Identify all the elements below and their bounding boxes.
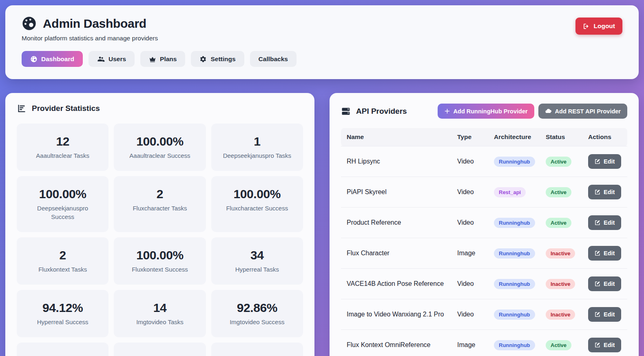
stat-value: 92.86% (221, 301, 293, 315)
edit-button[interactable]: Edit (588, 154, 621, 169)
tab-settings[interactable]: Settings (191, 51, 244, 67)
plus-icon (444, 108, 450, 114)
server-icon (341, 106, 351, 116)
stat-value: 34 (221, 248, 293, 262)
tab-label: Dashboard (41, 55, 74, 63)
stat-label: Deepseekjanuspro Tasks (221, 152, 293, 160)
architecture-badge: Runninghub (494, 248, 535, 259)
tab-label: Plans (160, 55, 177, 63)
stats-panel-head: Provider Statistics (17, 104, 303, 113)
provider-type: Image (453, 238, 490, 269)
status-badge: Active (546, 157, 571, 167)
table-row: Image to Video Wanxiang 2.1 Pro Video Ru… (341, 299, 627, 330)
providers-actions: Add RunningHub Provider Add REST API Pro… (438, 104, 627, 119)
status-badge: Inactive (546, 279, 575, 289)
stat-card: 92.86% Imgtovideo Success (211, 290, 303, 337)
provider-name: PiAPI Skyreel (341, 177, 453, 208)
edit-button[interactable]: Edit (588, 215, 621, 230)
edit-icon (595, 312, 600, 317)
stats-grid: 12 Aaaultraclear Tasks 100.00% Aaaultrac… (17, 124, 303, 356)
page-background: Admin Dashboard Monitor platform statist… (0, 0, 644, 356)
provider-name: Flux Kontext OmniReference (341, 330, 453, 356)
stat-value: 100.00% (124, 135, 196, 148)
tab-users[interactable]: Users (89, 51, 135, 67)
edit-icon (595, 250, 600, 256)
stat-card: 100.00% Deepseekjanuspro Success (17, 176, 108, 232)
edit-button[interactable]: Edit (588, 185, 621, 199)
edit-icon (595, 159, 600, 164)
palette-icon (30, 55, 38, 63)
provider-type: Video (453, 208, 490, 238)
table-row: Flux Kontext OmniReference Image Running… (341, 330, 627, 356)
stat-value: 12 (27, 135, 99, 148)
users-icon (97, 55, 105, 63)
stats-panel-title: Provider Statistics (32, 104, 100, 113)
edit-button[interactable]: Edit (588, 276, 621, 291)
tab-dashboard[interactable]: Dashboard (22, 51, 83, 67)
providers-table: Name Type Architecture Status Actions RH… (341, 128, 627, 356)
stat-card: 14 Imgtovideo Tasks (114, 290, 206, 337)
header-card: Admin Dashboard Monitor platform statist… (5, 5, 639, 79)
nav-tabs: Dashboard Users Plans Settings (22, 51, 622, 67)
stat-card: 1 Deepseekjanuspro Tasks (211, 124, 303, 171)
provider-type: Video (453, 299, 490, 330)
tab-callbacks[interactable]: Callbacks (250, 51, 297, 67)
logout-button[interactable]: Logout (575, 18, 622, 35)
add-runninghub-provider-button[interactable]: Add RunningHub Provider (438, 104, 534, 119)
column-header-architecture: Architecture (490, 128, 542, 146)
table-row: Flux Character Image Runninghub Inactive (341, 238, 627, 269)
column-header-name: Name (341, 128, 453, 146)
edit-label: Edit (604, 281, 615, 287)
edit-label: Edit (604, 250, 615, 256)
column-header-type: Type (453, 128, 490, 146)
tab-plans[interactable]: Plans (140, 51, 185, 67)
edit-button[interactable]: Edit (588, 307, 621, 322)
provider-type: Video (453, 177, 490, 208)
provider-type: Video (453, 146, 490, 177)
edit-icon (595, 281, 600, 287)
stat-value: 100.00% (27, 187, 99, 201)
status-badge: Active (546, 218, 571, 228)
main-content: Provider Statistics 12 Aaaultraclear Tas… (5, 93, 639, 356)
logout-label: Logout (593, 22, 615, 30)
provider-name: RH Lipsync (341, 146, 453, 177)
stat-card: 100.00% Fluxcharacter Success (211, 176, 303, 232)
edit-label: Edit (604, 158, 615, 165)
stat-label: Hyperreal Success (27, 318, 99, 326)
edit-label: Edit (604, 311, 615, 318)
stat-card: 94.12% Hyperreal Success (17, 290, 108, 337)
stat-card: 4 Lipsync Tasks (17, 343, 108, 356)
architecture-badge: Runninghub (494, 157, 535, 167)
stat-card: 100.00% Lipsync Success (114, 343, 206, 356)
edit-button[interactable]: Edit (588, 246, 621, 261)
logout-icon (583, 23, 590, 30)
edit-button[interactable]: Edit (588, 338, 621, 352)
tab-label: Settings (210, 55, 235, 63)
add-rest-api-provider-button[interactable]: Add REST API Provider (538, 104, 627, 119)
stat-label: Fluxkontext Tasks (27, 265, 99, 274)
stat-value: 2 (221, 354, 293, 356)
stat-label: Imgtovideo Tasks (124, 318, 196, 326)
stat-value: 2 (27, 248, 99, 262)
status-badge: Active (546, 187, 571, 197)
column-header-status: Status (542, 128, 584, 146)
provider-name: Image to Video Wanxiang 2.1 Pro (341, 299, 453, 330)
table-row: PiAPI Skyreel Video Rest_api Active (341, 177, 627, 208)
crown-icon (149, 55, 156, 63)
stat-card: 34 Hyperreal Tasks (211, 237, 303, 285)
stat-label: Fluxcharacter Success (221, 204, 293, 212)
cloud-icon (545, 108, 552, 115)
stat-card: 100.00% Aaaultraclear Success (114, 124, 206, 171)
architecture-badge: Runninghub (494, 310, 535, 320)
stat-label: Deepseekjanuspro Success (27, 204, 99, 221)
providers-title-group: API Providers (341, 106, 407, 116)
add-rest-label: Add REST API Provider (555, 108, 621, 115)
gear-icon (199, 55, 207, 63)
stat-value: 14 (124, 301, 196, 315)
add-runninghub-label: Add RunningHub Provider (454, 108, 528, 115)
tab-label: Callbacks (259, 55, 288, 63)
providers-panel-head: API Providers Add RunningHub Provider (341, 104, 627, 119)
providers-panel-title: API Providers (356, 107, 407, 116)
stat-card: 100.00% Fluxkontext Success (114, 237, 206, 285)
api-providers-panel: API Providers Add RunningHub Provider (330, 93, 639, 356)
